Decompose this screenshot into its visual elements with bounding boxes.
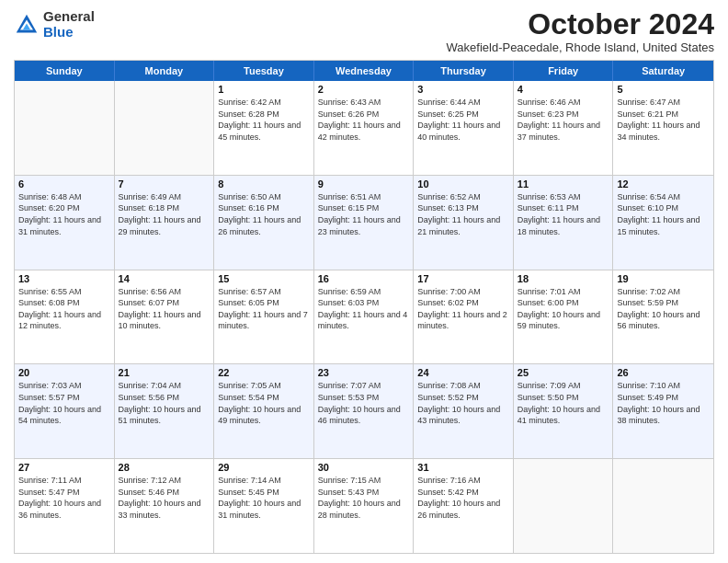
day-number: 25 [518,367,609,378]
calendar-cell: 27Sunrise: 7:11 AM Sunset: 5:47 PM Dayli… [15,459,115,553]
header: General Blue October 2024 Wakefield-Peac… [14,9,714,54]
day-info: Sunrise: 7:12 AM Sunset: 5:46 PM Dayligh… [119,475,210,521]
calendar-cell: 25Sunrise: 7:09 AM Sunset: 5:50 PM Dayli… [514,364,614,458]
day-number: 31 [417,462,509,473]
day-number: 24 [417,367,509,378]
day-number: 30 [318,462,410,473]
day-info: Sunrise: 6:59 AM Sunset: 6:03 PM Dayligh… [318,286,410,332]
day-number: 18 [518,273,609,284]
day-info: Sunrise: 6:44 AM Sunset: 6:25 PM Dayligh… [417,97,509,143]
logo-text: General Blue [43,9,95,40]
calendar-row-5: 27Sunrise: 7:11 AM Sunset: 5:47 PM Dayli… [15,458,713,553]
calendar-cell: 30Sunrise: 7:15 AM Sunset: 5:43 PM Dayli… [314,459,415,553]
day-number: 16 [318,273,410,284]
calendar-cell: 10Sunrise: 6:52 AM Sunset: 6:13 PM Dayli… [414,176,514,270]
calendar-cell: 8Sunrise: 6:50 AM Sunset: 6:16 PM Daylig… [214,176,314,270]
calendar-cell: 11Sunrise: 6:53 AM Sunset: 6:11 PM Dayli… [514,176,614,270]
day-info: Sunrise: 7:05 AM Sunset: 5:54 PM Dayligh… [218,380,310,426]
header-day-sunday: Sunday [15,61,115,81]
day-number: 8 [218,178,310,190]
calendar-cell: 29Sunrise: 7:14 AM Sunset: 5:45 PM Dayli… [214,459,314,553]
calendar-cell [514,459,614,553]
calendar-cell: 31Sunrise: 7:16 AM Sunset: 5:42 PM Dayli… [414,459,514,553]
calendar-cell: 1Sunrise: 6:42 AM Sunset: 6:28 PM Daylig… [214,81,314,175]
day-info: Sunrise: 7:03 AM Sunset: 5:57 PM Dayligh… [18,380,110,426]
calendar-cell: 16Sunrise: 6:59 AM Sunset: 6:03 PM Dayli… [314,270,415,364]
day-number: 10 [417,178,509,190]
calendar-cell: 23Sunrise: 7:07 AM Sunset: 5:53 PM Dayli… [314,364,415,458]
day-number: 21 [119,367,210,378]
page: General Blue October 2024 Wakefield-Peac… [0,0,728,563]
day-info: Sunrise: 7:07 AM Sunset: 5:53 PM Dayligh… [318,380,410,426]
day-number: 11 [518,178,609,190]
day-info: Sunrise: 7:09 AM Sunset: 5:50 PM Dayligh… [518,380,609,426]
day-info: Sunrise: 7:15 AM Sunset: 5:43 PM Dayligh… [318,475,410,521]
day-number: 17 [417,273,509,284]
calendar-cell: 13Sunrise: 6:55 AM Sunset: 6:08 PM Dayli… [15,270,115,364]
calendar-cell: 24Sunrise: 7:08 AM Sunset: 5:52 PM Dayli… [414,364,514,458]
day-number: 19 [617,273,710,284]
header-day-monday: Monday [115,61,215,81]
calendar-cell: 26Sunrise: 7:10 AM Sunset: 5:49 PM Dayli… [613,364,713,458]
day-number: 28 [119,462,210,473]
calendar-cell: 9Sunrise: 6:51 AM Sunset: 6:15 PM Daylig… [314,176,415,270]
day-number: 5 [617,84,710,95]
header-day-saturday: Saturday [613,61,713,81]
calendar-body: 1Sunrise: 6:42 AM Sunset: 6:28 PM Daylig… [15,81,713,553]
day-info: Sunrise: 7:08 AM Sunset: 5:52 PM Dayligh… [417,380,509,426]
title-area: October 2024 Wakefield-Peacedale, Rhode … [447,9,714,54]
day-info: Sunrise: 6:42 AM Sunset: 6:28 PM Dayligh… [218,97,310,143]
day-info: Sunrise: 6:56 AM Sunset: 6:07 PM Dayligh… [119,286,210,332]
day-number: 15 [218,273,310,284]
day-number: 6 [18,178,110,190]
day-number: 9 [318,178,410,190]
calendar: SundayMondayTuesdayWednesdayThursdayFrid… [14,60,714,554]
day-info: Sunrise: 7:16 AM Sunset: 5:42 PM Dayligh… [417,475,509,521]
day-number: 20 [18,367,110,378]
day-number: 4 [518,84,609,95]
day-info: Sunrise: 6:50 AM Sunset: 6:16 PM Dayligh… [218,191,310,237]
header-day-tuesday: Tuesday [214,61,314,81]
day-info: Sunrise: 6:48 AM Sunset: 6:20 PM Dayligh… [18,191,110,237]
calendar-cell [115,81,215,175]
day-info: Sunrise: 6:57 AM Sunset: 6:05 PM Dayligh… [218,286,310,332]
calendar-row-4: 20Sunrise: 7:03 AM Sunset: 5:57 PM Dayli… [15,363,713,458]
day-info: Sunrise: 6:43 AM Sunset: 6:26 PM Dayligh… [318,97,410,143]
calendar-cell: 12Sunrise: 6:54 AM Sunset: 6:10 PM Dayli… [613,176,713,270]
day-number: 23 [318,367,410,378]
logo-blue: Blue [43,24,74,40]
calendar-cell: 14Sunrise: 6:56 AM Sunset: 6:07 PM Dayli… [115,270,215,364]
day-info: Sunrise: 7:14 AM Sunset: 5:45 PM Dayligh… [218,475,310,521]
day-number: 1 [218,84,310,95]
day-info: Sunrise: 6:54 AM Sunset: 6:10 PM Dayligh… [617,191,710,237]
day-number: 26 [617,367,710,378]
day-number: 3 [417,84,509,95]
logo-icon [14,12,40,38]
day-number: 29 [218,462,310,473]
calendar-row-1: 1Sunrise: 6:42 AM Sunset: 6:28 PM Daylig… [15,81,713,175]
day-info: Sunrise: 6:47 AM Sunset: 6:21 PM Dayligh… [617,97,710,143]
logo-general: General [43,8,95,24]
logo: General Blue [14,9,95,40]
subtitle: Wakefield-Peacedale, Rhode Island, Unite… [447,40,714,54]
day-info: Sunrise: 6:49 AM Sunset: 6:18 PM Dayligh… [119,191,210,237]
day-info: Sunrise: 7:04 AM Sunset: 5:56 PM Dayligh… [119,380,210,426]
day-info: Sunrise: 6:52 AM Sunset: 6:13 PM Dayligh… [417,191,509,237]
day-info: Sunrise: 6:46 AM Sunset: 6:23 PM Dayligh… [518,97,609,143]
calendar-cell: 19Sunrise: 7:02 AM Sunset: 5:59 PM Dayli… [613,270,713,364]
calendar-cell: 21Sunrise: 7:04 AM Sunset: 5:56 PM Dayli… [115,364,215,458]
day-info: Sunrise: 7:00 AM Sunset: 6:02 PM Dayligh… [417,286,509,332]
calendar-cell: 4Sunrise: 6:46 AM Sunset: 6:23 PM Daylig… [514,81,614,175]
day-number: 2 [318,84,410,95]
calendar-cell: 15Sunrise: 6:57 AM Sunset: 6:05 PM Dayli… [214,270,314,364]
day-info: Sunrise: 6:51 AM Sunset: 6:15 PM Dayligh… [318,191,410,237]
day-number: 12 [617,178,710,190]
calendar-cell: 22Sunrise: 7:05 AM Sunset: 5:54 PM Dayli… [214,364,314,458]
day-number: 13 [18,273,110,284]
calendar-cell [613,459,713,553]
day-number: 14 [119,273,210,284]
day-info: Sunrise: 7:10 AM Sunset: 5:49 PM Dayligh… [617,380,710,426]
calendar-cell: 6Sunrise: 6:48 AM Sunset: 6:20 PM Daylig… [15,176,115,270]
header-day-wednesday: Wednesday [314,61,415,81]
calendar-cell: 20Sunrise: 7:03 AM Sunset: 5:57 PM Dayli… [15,364,115,458]
